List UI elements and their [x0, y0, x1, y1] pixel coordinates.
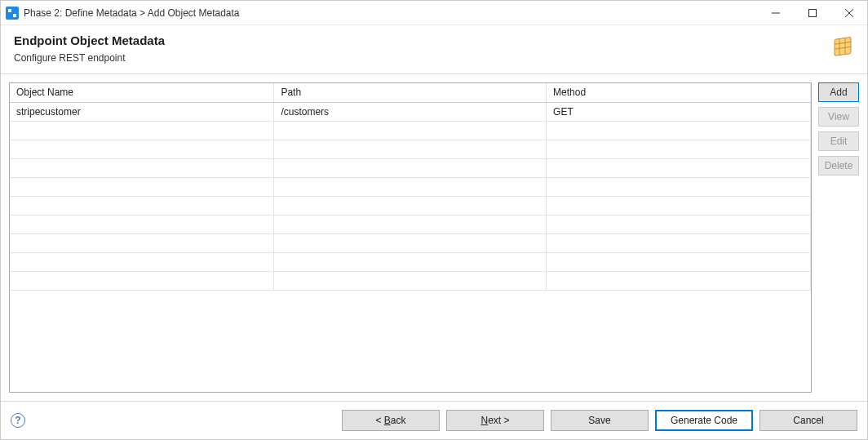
- svg-rect-1: [808, 9, 816, 16]
- table-row[interactable]: [10, 215, 811, 233]
- table-row[interactable]: [10, 196, 811, 215]
- cell-object-name: stripecustomer: [10, 102, 274, 121]
- view-button[interactable]: View: [818, 107, 859, 127]
- cancel-button[interactable]: Cancel: [760, 410, 857, 431]
- generate-code-button[interactable]: Generate Code: [655, 410, 753, 431]
- delete-button[interactable]: Delete: [818, 156, 859, 176]
- table-row[interactable]: [10, 177, 811, 196]
- column-header-name[interactable]: Object Name: [10, 83, 274, 102]
- table-row[interactable]: [10, 158, 811, 177]
- table-row[interactable]: [10, 140, 811, 158]
- header-panel: Endpoint Object Metadata Configure REST …: [1, 25, 867, 74]
- app-icon: [6, 7, 19, 20]
- cell-path: /customers: [274, 102, 547, 121]
- window-controls: [757, 1, 867, 24]
- save-button[interactable]: Save: [551, 410, 649, 431]
- back-button[interactable]: < Back: [342, 410, 440, 431]
- help-icon[interactable]: ?: [11, 413, 25, 428]
- close-button[interactable]: [830, 1, 867, 24]
- add-button[interactable]: Add: [818, 82, 859, 102]
- objects-table-container: Object Name Path Method stripecustomer /…: [9, 82, 812, 393]
- next-button[interactable]: Next >: [446, 410, 544, 431]
- column-header-path[interactable]: Path: [274, 83, 547, 102]
- window-title: Phase 2: Define Metadata > Add Object Me…: [24, 7, 757, 19]
- table-row[interactable]: [10, 121, 811, 140]
- svg-rect-4: [835, 37, 851, 56]
- content-area: Object Name Path Method stripecustomer /…: [1, 74, 867, 401]
- table-row[interactable]: stripecustomer /customers GET: [10, 102, 811, 121]
- cell-method: GET: [547, 102, 811, 121]
- page-title: Endpoint Object Metadata: [14, 33, 854, 47]
- table-row[interactable]: [10, 233, 811, 252]
- side-button-panel: Add View Edit Delete: [818, 82, 859, 393]
- footer-bar: ? < Back Next > Save Generate Code Cance…: [1, 401, 867, 439]
- table-header-row: Object Name Path Method: [10, 83, 811, 102]
- minimize-button[interactable]: [757, 1, 794, 24]
- window-titlebar: Phase 2: Define Metadata > Add Object Me…: [1, 1, 867, 25]
- metadata-icon: [830, 33, 856, 60]
- page-subtitle: Configure REST endpoint: [14, 52, 854, 64]
- column-header-method[interactable]: Method: [547, 83, 811, 102]
- edit-button[interactable]: Edit: [818, 131, 859, 151]
- table-row[interactable]: [10, 271, 811, 290]
- maximize-button[interactable]: [794, 1, 830, 24]
- objects-table[interactable]: Object Name Path Method stripecustomer /…: [10, 83, 811, 291]
- table-row[interactable]: [10, 252, 811, 271]
